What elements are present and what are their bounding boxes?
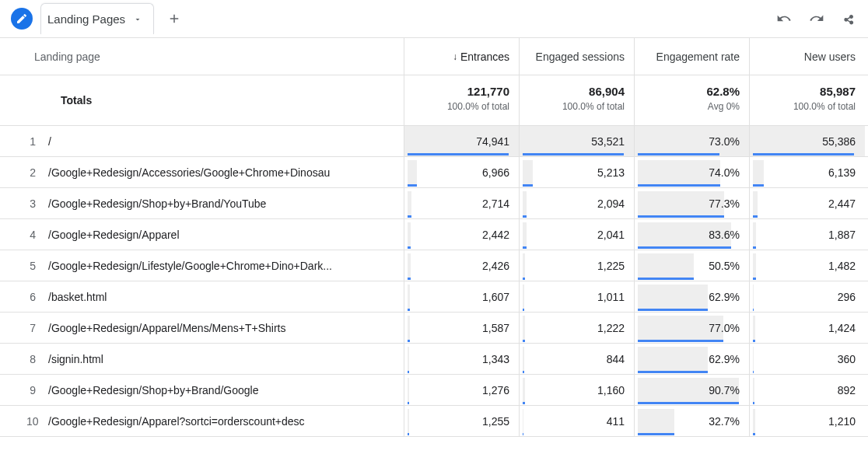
cell-engaged-sessions: 5,213 (520, 157, 635, 187)
cell-entrances: 74,941 (404, 126, 520, 156)
cell-engagement-rate: 50.5% (635, 250, 750, 281)
row-dimension: 8/signin.html (0, 344, 404, 374)
cell-entrances: 2,714 (404, 188, 520, 218)
row-path: /Google+Redesign/Apparel/Mens/Mens+T+Shi… (48, 322, 285, 334)
row-index: 2 (26, 166, 48, 179)
column-header-engagement-rate[interactable]: Engagement rate (635, 38, 750, 75)
table-row[interactable]: 1/74,94153,52173.0%55,386 (0, 126, 868, 157)
table-row[interactable]: 8/signin.html1,34384462.9%360 (0, 344, 868, 375)
data-table: Landing page ↓ Entrances Engaged session… (0, 37, 868, 437)
totals-engagement-rate: 62.8% Avg 0% (635, 75, 750, 125)
cell-engaged-sessions: 1,222 (520, 313, 635, 343)
cell-engagement-rate: 62.9% (635, 281, 750, 312)
table-row[interactable]: 6/basket.html1,6071,01162.9%296 (0, 281, 868, 313)
undo-button[interactable] (773, 8, 795, 30)
totals-row: Totals 121,770 100.0% of total 86,904 10… (0, 75, 868, 126)
row-dimension: 4/Google+Redesign/Apparel (0, 219, 404, 250)
cell-engagement-rate: 74.0% (635, 157, 750, 187)
column-header-entrances[interactable]: ↓ Entrances (404, 38, 520, 75)
totals-new-users: 85,987 100.0% of total (750, 75, 865, 125)
cell-new-users: 2,447 (750, 188, 865, 218)
add-tab-button[interactable] (159, 3, 190, 34)
cell-new-users: 892 (750, 375, 865, 405)
row-path: /Google+Redesign/Apparel (48, 229, 180, 241)
row-dimension: 7/Google+Redesign/Apparel/Mens/Mens+T+Sh… (0, 313, 404, 343)
table-row[interactable]: 3/Google+Redesign/Shop+by+Brand/YouTube2… (0, 188, 868, 219)
row-index: 3 (26, 197, 48, 210)
totals-label: Totals (0, 75, 404, 125)
row-index: 7 (26, 322, 48, 334)
table-row[interactable]: 5/Google+Redesign/Lifestyle/Google+Chrom… (0, 250, 868, 281)
table-row[interactable]: 9/Google+Redesign/Shop+by+Brand/Google1,… (0, 375, 868, 406)
table-header: Landing page ↓ Entrances Engaged session… (0, 38, 868, 75)
cell-engagement-rate: 62.9% (635, 344, 750, 374)
row-dimension: 1/ (0, 126, 404, 156)
tab-landing-pages[interactable]: Landing Pages (40, 3, 154, 34)
cell-engagement-rate: 90.7% (635, 375, 750, 405)
cell-entrances: 1,255 (404, 406, 520, 436)
table-row[interactable]: 4/Google+Redesign/Apparel2,4422,04183.6%… (0, 219, 868, 250)
table-row[interactable]: 7/Google+Redesign/Apparel/Mens/Mens+T+Sh… (0, 313, 868, 344)
share-button[interactable] (838, 8, 860, 30)
cell-entrances: 1,276 (404, 375, 520, 405)
row-path: /Google+Redesign/Shop+by+Brand/Google (48, 384, 258, 396)
redo-button[interactable] (806, 8, 828, 30)
row-index: 5 (26, 260, 48, 272)
cell-new-users: 1,482 (750, 250, 865, 281)
cell-new-users: 296 (750, 281, 865, 312)
cell-engagement-rate: 77.3% (635, 188, 750, 218)
totals-engaged-sessions: 86,904 100.0% of total (520, 75, 635, 125)
cell-engaged-sessions: 411 (520, 406, 635, 436)
row-path: /Google+Redesign/Accessories/Google+Chro… (48, 166, 330, 179)
row-index: 1 (26, 135, 48, 148)
cell-entrances: 1,587 (404, 313, 520, 343)
row-index: 6 (26, 291, 48, 303)
row-dimension: 6/basket.html (0, 281, 404, 312)
table-row[interactable]: 2/Google+Redesign/Accessories/Google+Chr… (0, 157, 868, 188)
cell-engaged-sessions: 844 (520, 344, 635, 374)
edit-badge-icon (11, 8, 33, 30)
cell-entrances: 2,426 (404, 250, 520, 281)
column-header-dimension[interactable]: Landing page (0, 38, 404, 75)
row-index: 8 (26, 353, 48, 365)
chevron-down-icon (133, 15, 142, 24)
cell-new-users: 6,139 (750, 157, 865, 187)
cell-new-users: 360 (750, 344, 865, 374)
row-dimension: 3/Google+Redesign/Shop+by+Brand/YouTube (0, 188, 404, 218)
column-header-engaged-sessions[interactable]: Engaged sessions (520, 38, 635, 75)
row-index: 9 (26, 384, 48, 396)
cell-new-users: 1,424 (750, 313, 865, 343)
sort-descending-icon: ↓ (453, 51, 457, 62)
cell-entrances: 2,442 (404, 219, 520, 250)
table-row[interactable]: 10/Google+Redesign/Apparel?sortci=orders… (0, 406, 868, 437)
row-index: 10 (26, 415, 48, 428)
cell-engaged-sessions: 1,225 (520, 250, 635, 281)
row-index: 4 (26, 229, 48, 241)
cell-engagement-rate: 83.6% (635, 219, 750, 250)
row-path: /Google+Redesign/Apparel?sortci=ordersco… (48, 415, 305, 428)
cell-engaged-sessions: 53,521 (520, 126, 635, 156)
cell-engaged-sessions: 2,094 (520, 188, 635, 218)
row-path: / (48, 135, 51, 148)
cell-engaged-sessions: 2,041 (520, 219, 635, 250)
row-path: /Google+Redesign/Lifestyle/Google+Chrome… (48, 260, 332, 272)
row-dimension: 2/Google+Redesign/Accessories/Google+Chr… (0, 157, 404, 187)
cell-entrances: 1,343 (404, 344, 520, 374)
tab-label: Landing Pages (47, 12, 125, 26)
row-dimension: 9/Google+Redesign/Shop+by+Brand/Google (0, 375, 404, 405)
row-path: /basket.html (48, 291, 107, 303)
cell-entrances: 1,607 (404, 281, 520, 312)
cell-engaged-sessions: 1,160 (520, 375, 635, 405)
row-dimension: 10/Google+Redesign/Apparel?sortci=orders… (0, 406, 404, 436)
cell-engagement-rate: 32.7% (635, 406, 750, 436)
row-path: /signin.html (48, 353, 103, 365)
cell-engagement-rate: 73.0% (635, 126, 750, 156)
cell-engagement-rate: 77.0% (635, 313, 750, 343)
cell-new-users: 1,887 (750, 219, 865, 250)
column-header-new-users[interactable]: New users (750, 38, 865, 75)
cell-entrances: 6,966 (404, 157, 520, 187)
cell-new-users: 55,386 (750, 126, 865, 156)
row-path: /Google+Redesign/Shop+by+Brand/YouTube (48, 197, 266, 210)
row-dimension: 5/Google+Redesign/Lifestyle/Google+Chrom… (0, 250, 404, 281)
cell-new-users: 1,210 (750, 406, 865, 436)
